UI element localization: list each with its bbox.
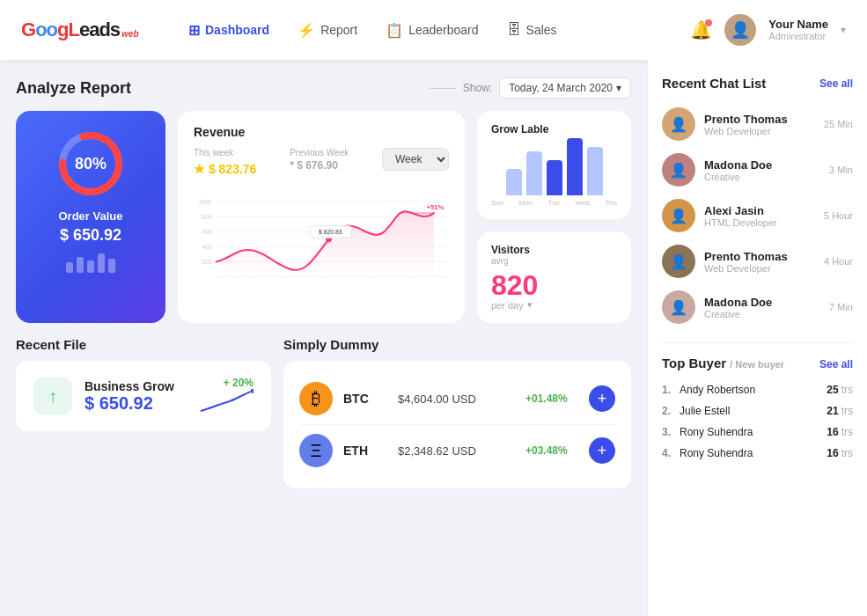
week-select[interactable]: Week Month Year [382, 148, 449, 171]
chat-item-4: 👤 Madona Doe Creative 7 Min [662, 284, 853, 330]
star-icon: ★ [194, 162, 209, 176]
sales-icon: 🗄 [507, 22, 521, 38]
grow-label-tue: Tue [548, 199, 561, 207]
upload-icon: ↑ [48, 386, 57, 407]
chat-name-2: Alexi Jasin [704, 204, 815, 217]
topnav: GoogLeads web ⊞ Dashboard ⚡ Report 📋 Lea… [0, 0, 867, 60]
donut-chart: 80% [55, 128, 126, 199]
grow-bar-5 [587, 147, 603, 195]
nav-item-sales[interactable]: 🗄 Sales [507, 18, 557, 41]
chat-info-4: Madona Doe Creative [704, 296, 820, 319]
user-menu-chevron[interactable]: ▾ [841, 24, 846, 36]
eth-add-button[interactable]: + [589, 437, 615, 464]
show-filter: Show: Today, 24 March 2020 ▾ [430, 77, 631, 99]
buyer-rank-2: 3. [662, 426, 680, 438]
bell-notification-dot [705, 19, 712, 26]
crypto-row-eth: Ξ ETH $2,348.62 USD +03.48% + [299, 424, 615, 476]
dashboard-icon: ⊞ [188, 22, 200, 39]
order-bar-1 [66, 262, 73, 273]
nav-right: 🔔 👤 Your Name Administrator ▾ [690, 14, 846, 46]
chat-avatar-3: 👤 [662, 245, 695, 278]
recent-file-title: Recent File [16, 337, 271, 352]
buyer-name-3: Rony Suhendra [680, 447, 819, 459]
chat-avatar-1: 👤 [662, 153, 695, 187]
chat-list: 👤 Prento Thomas Web Developer 25 Min 👤 M… [662, 101, 853, 330]
eth-symbol: ETH [343, 444, 387, 458]
top-row: 80% Order Value $ 650.92 Revenue This we [16, 111, 631, 323]
svg-text:800: 800 [202, 214, 212, 220]
sidebar: Recent Chat List See all 👤 Prento Thomas… [647, 60, 867, 616]
revenue-header: This week ★ $ 823.76 Previous Week * $ 6… [194, 148, 449, 178]
crypto-card: ₿ BTC $4,604.00 USD +01.48% + Ξ ETH $2,3… [283, 361, 631, 488]
user-role: Administrator [768, 31, 828, 42]
btc-add-button[interactable]: + [589, 385, 615, 412]
nav-items: ⊞ Dashboard ⚡ Report 📋 Leaderboard 🗄 Sal… [171, 18, 690, 42]
chat-avatar-2: 👤 [662, 199, 695, 232]
trend-percent: + 20% [201, 377, 253, 389]
svg-text:400: 400 [202, 244, 212, 250]
btc-price: $4,604.00 USD [398, 392, 515, 406]
chat-time-3: 4 Hour [824, 256, 853, 267]
buyer-unit-3: trs [841, 447, 853, 459]
chat-info-1: Madona Doe Creative [704, 158, 820, 182]
nav-label-report: Report [320, 23, 357, 37]
chat-role-2: HTML Developer [704, 217, 815, 228]
buyer-name-0: Andy Robertson [680, 384, 819, 396]
top-buyer-title: Top Buyer / New buyer [662, 356, 784, 370]
chat-name-4: Madona Doe [704, 296, 820, 309]
nav-label-leaderboard: Leaderboard [408, 23, 478, 37]
content-area: Analyze Report Show: Today, 24 March 202… [0, 60, 647, 616]
visitors-value: 820 [491, 271, 617, 299]
order-bar-5 [108, 259, 115, 273]
chat-item-2: 👤 Alexi Jasin HTML Developer 5 Hour [662, 193, 853, 238]
revenue-chart-svg: 1000 800 600 400 200 [194, 187, 449, 292]
user-info: Your Name Administrator [768, 18, 828, 43]
right-column: Grow Lable Sun Mon Tue Wed Thu [477, 111, 631, 323]
grow-title: Grow Lable [491, 123, 617, 136]
visitors-card: Visitors avrg 820 per day ▾ [477, 231, 631, 323]
grow-bar-4 [567, 138, 583, 195]
btc-symbol: BTC [343, 392, 387, 406]
eth-icon: Ξ [299, 434, 333, 467]
chat-info-2: Alexi Jasin HTML Developer [704, 204, 815, 228]
trend-line-svg [201, 389, 253, 415]
visitors-sub: avrg [491, 256, 617, 266]
bell-icon[interactable]: 🔔 [690, 19, 712, 40]
grow-label-mon: Mon [519, 199, 533, 207]
date-chevron: ▾ [616, 82, 621, 94]
buyer-see-all[interactable]: See all [819, 358, 853, 370]
chat-info-0: Prento Thomas Web Developer [704, 113, 815, 136]
analyze-header: Analyze Report Show: Today, 24 March 202… [16, 77, 631, 99]
avatar: 👤 [724, 14, 756, 46]
buyer-row-2: 3. Rony Suhendra 16 trs [662, 422, 853, 443]
btc-change: +01.48% [525, 392, 578, 405]
btc-icon: ₿ [299, 382, 333, 415]
date-select[interactable]: Today, 24 March 2020 ▾ [499, 77, 631, 99]
order-bar-2 [77, 257, 84, 273]
grow-x-labels: Sun Mon Tue Wed Thu [491, 199, 617, 207]
buyer-value-0: 25 [819, 384, 839, 396]
revenue-chart: 1000 800 600 400 200 [194, 187, 449, 292]
grow-bar-3 [547, 160, 562, 195]
recent-file-section: Recent File ↑ Business Grow $ 650.92 + 2… [16, 337, 271, 488]
grow-bar-1 [506, 169, 522, 195]
nav-item-dashboard[interactable]: ⊞ Dashboard [188, 18, 269, 42]
chat-see-all[interactable]: See all [819, 77, 853, 90]
chat-role-1: Creative [704, 172, 820, 182]
chat-avatar-0: 👤 [662, 107, 695, 141]
grow-bars [491, 143, 617, 195]
chat-name-1: Madona Doe [704, 158, 820, 172]
chat-item-0: 👤 Prento Thomas Web Developer 25 Min [662, 101, 853, 147]
page-title: Analyze Report [16, 79, 131, 98]
chat-avatar-4: 👤 [662, 290, 695, 324]
buyer-value-1: 21 [819, 405, 839, 417]
buyer-rank-3: 4. [662, 447, 680, 459]
nav-item-report[interactable]: ⚡ Report [298, 18, 357, 42]
recent-chat-title: Recent Chat List [662, 76, 766, 91]
revenue-title: Revenue [194, 125, 449, 139]
buyer-name-2: Rony Suhendra [680, 426, 819, 438]
grow-label-wed: Wed [575, 199, 589, 207]
buyer-unit-2: trs [841, 426, 853, 438]
nav-item-leaderboard[interactable]: 📋 Leaderboard [386, 18, 478, 42]
leaderboard-icon: 📋 [386, 22, 403, 39]
